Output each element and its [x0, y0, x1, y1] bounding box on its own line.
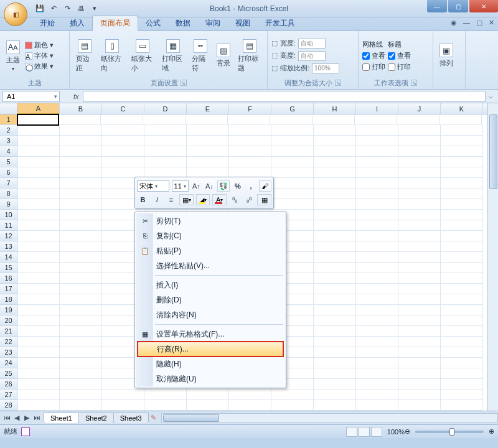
cell-A25[interactable] [17, 368, 60, 379]
sheetopt-launcher[interactable]: ↘ [411, 80, 417, 86]
cell-K7[interactable] [441, 178, 483, 189]
cell-B17[interactable] [60, 284, 102, 294]
cell-B2[interactable] [60, 125, 102, 136]
cell-F1[interactable] [228, 114, 270, 125]
cell-A7[interactable] [17, 178, 60, 189]
cell-I2[interactable] [356, 125, 398, 136]
cell-B19[interactable] [60, 305, 102, 315]
row-23[interactable]: 23 [0, 347, 17, 358]
row-27[interactable]: 27 [0, 390, 17, 400]
row-18[interactable]: 18 [0, 294, 17, 305]
tab-view[interactable]: 视图 [228, 16, 258, 30]
cell-H27[interactable] [314, 390, 356, 400]
cell-D5[interactable] [144, 157, 187, 167]
cell-J7[interactable] [398, 178, 441, 189]
col-F[interactable]: F [229, 103, 271, 114]
cell-G27[interactable] [271, 390, 314, 400]
cell-B13[interactable] [60, 241, 102, 252]
cell-J11[interactable] [398, 220, 441, 231]
cell-A14[interactable] [17, 252, 60, 263]
tab-developer[interactable]: 开发工具 [258, 16, 303, 30]
cell-A13[interactable] [17, 241, 60, 252]
cell-A15[interactable] [17, 263, 60, 273]
cell-A4[interactable] [17, 146, 60, 157]
theme-colors[interactable]: 颜色▾ [25, 40, 54, 50]
row-19[interactable]: 19 [0, 305, 17, 315]
cell-J26[interactable] [398, 379, 441, 390]
cell-A12[interactable] [17, 231, 60, 241]
maximize-button[interactable]: ▢ [448, 0, 468, 12]
cell-C28[interactable] [102, 400, 144, 411]
qat-customize[interactable]: ▾ [88, 2, 101, 15]
cell-I22[interactable] [356, 337, 398, 347]
zoom-out[interactable]: ⊖ [405, 427, 410, 436]
cell-D27[interactable] [144, 390, 187, 400]
cell-H2[interactable] [314, 125, 356, 136]
cell-J1[interactable] [397, 114, 439, 125]
sheet3-tab[interactable]: Sheet3 [113, 413, 149, 423]
mini-font-size[interactable]: 11 [172, 180, 189, 192]
cell-H25[interactable] [314, 368, 356, 379]
cell-J15[interactable] [398, 263, 441, 273]
col-D[interactable]: D [144, 103, 187, 114]
cell-B5[interactable] [60, 157, 102, 167]
grid-view-check[interactable] [362, 52, 370, 60]
ctx-copy[interactable]: ⎘复制(C) [136, 228, 284, 243]
zoom-slider[interactable] [415, 431, 484, 433]
cell-K10[interactable] [441, 210, 483, 220]
row-13[interactable]: 13 [0, 241, 17, 252]
mini-fontcolor[interactable]: A▾ [212, 194, 227, 205]
cell-A1[interactable] [17, 114, 59, 126]
mini-borders[interactable]: ▦▾ [179, 194, 194, 205]
cell-B21[interactable] [60, 326, 102, 337]
cell-I10[interactable] [356, 210, 398, 220]
cell-H6[interactable] [314, 167, 356, 178]
row-9[interactable]: 9 [0, 199, 17, 210]
cell-A16[interactable] [17, 273, 60, 284]
qat-undo[interactable]: ↶ [47, 2, 60, 15]
cell-I11[interactable] [356, 220, 398, 231]
cell-K13[interactable] [441, 241, 483, 252]
cell-H21[interactable] [314, 326, 356, 337]
cell-J27[interactable] [398, 390, 441, 400]
row-8[interactable]: 8 [0, 189, 17, 199]
mini-increase-dec[interactable]: ₀⁰ [243, 194, 255, 205]
cell-A27[interactable] [17, 390, 60, 400]
sheet-prev[interactable]: ◀ [12, 414, 21, 422]
cell-K23[interactable] [441, 347, 483, 358]
cell-H28[interactable] [314, 400, 356, 411]
cell-B6[interactable] [60, 167, 102, 178]
cell-J14[interactable] [398, 252, 441, 263]
mini-bold[interactable]: B [137, 194, 149, 205]
cell-K5[interactable] [441, 157, 483, 167]
cell-H12[interactable] [314, 231, 356, 241]
cell-K1[interactable] [439, 114, 482, 125]
cell-H22[interactable] [314, 337, 356, 347]
row-1[interactable]: 1 [0, 114, 17, 125]
cell-K27[interactable] [441, 390, 483, 400]
theme-effects[interactable]: ◯效果▾ [25, 62, 54, 71]
cell-B9[interactable] [60, 199, 102, 210]
row-16[interactable]: 16 [0, 273, 17, 284]
cell-K6[interactable] [441, 167, 483, 178]
row-22[interactable]: 22 [0, 337, 17, 347]
cell-B26[interactable] [60, 379, 102, 390]
view-pagelayout[interactable] [359, 427, 370, 437]
cell-I17[interactable] [356, 284, 398, 294]
cell-J6[interactable] [398, 167, 441, 178]
cell-B28[interactable] [60, 400, 102, 411]
cell-K16[interactable] [441, 273, 483, 284]
background-button[interactable]: ▨背景 [214, 42, 233, 69]
cell-C3[interactable] [102, 136, 144, 146]
col-B[interactable]: B [60, 103, 102, 114]
cell-E5[interactable] [187, 157, 229, 167]
cell-I23[interactable] [356, 347, 398, 358]
arrange-button[interactable]: ▣排列 [437, 42, 456, 69]
cell-A10[interactable] [17, 210, 60, 220]
new-sheet-icon[interactable]: ✎ [151, 414, 156, 422]
cell-I18[interactable] [356, 294, 398, 305]
ctx-cut[interactable]: ✂剪切(T) [136, 213, 284, 228]
height-spin[interactable]: 自动 [298, 51, 326, 61]
cell-H4[interactable] [314, 146, 356, 157]
sheet2-tab[interactable]: Sheet2 [78, 413, 114, 423]
